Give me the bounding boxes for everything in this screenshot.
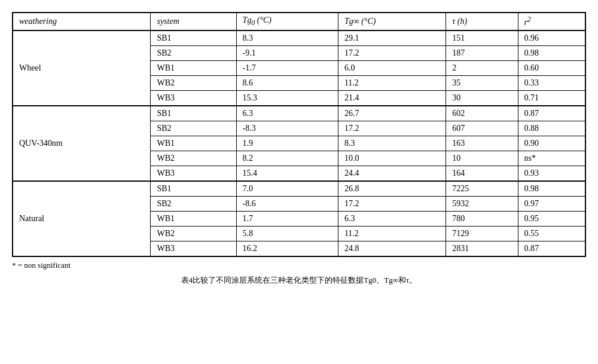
data-table: weathering system Tg0 (°C) Tg∞ (°C) τ (h… xyxy=(12,12,586,257)
r2-cell: 0.33 xyxy=(518,75,585,90)
system-cell: SB2 xyxy=(151,45,236,60)
tau-cell: 607 xyxy=(446,121,518,136)
weathering-cell-0: Wheel xyxy=(13,30,151,106)
tginf-cell: 26.7 xyxy=(338,106,446,121)
tg0-cell: 6.3 xyxy=(236,106,338,121)
tg0-cell: -1.7 xyxy=(236,60,338,75)
tg0-cell: 15.3 xyxy=(236,90,338,106)
tginf-cell: 21.4 xyxy=(338,90,446,106)
tau-cell: 35 xyxy=(446,75,518,90)
tau-cell: 2831 xyxy=(446,241,518,256)
tau-cell: 163 xyxy=(446,136,518,151)
r2-cell: 0.96 xyxy=(518,30,585,46)
tau-cell: 164 xyxy=(446,166,518,181)
caption: 表4比较了不同涂层系统在三种老化类型下的特征数据Tg0、Tg∞和τ。 xyxy=(12,275,586,286)
header-tginf: Tg∞ (°C) xyxy=(338,13,446,30)
tau-cell: 2 xyxy=(446,60,518,75)
tginf-cell: 6.0 xyxy=(338,60,446,75)
tg0-cell: 8.2 xyxy=(236,151,338,166)
tg0-cell: 16.2 xyxy=(236,241,338,256)
r2-cell: 0.97 xyxy=(518,196,585,211)
r2-cell: ns* xyxy=(518,151,585,166)
tg0-cell: 8.6 xyxy=(236,75,338,90)
tau-cell: 30 xyxy=(446,90,518,106)
tg0-cell: 7.0 xyxy=(236,181,338,197)
system-cell: WB3 xyxy=(151,90,236,106)
tau-cell: 151 xyxy=(446,30,518,46)
tg0-cell: 5.8 xyxy=(236,226,338,241)
tg0-cell: 8.3 xyxy=(236,30,338,46)
tginf-cell: 17.2 xyxy=(338,196,446,211)
weathering-cell-2: Natural xyxy=(13,181,151,256)
system-cell: SB1 xyxy=(151,30,236,46)
tau-cell: 7225 xyxy=(446,181,518,197)
tg0-cell: 15.4 xyxy=(236,166,338,181)
tau-cell: 780 xyxy=(446,211,518,226)
tginf-cell: 11.2 xyxy=(338,226,446,241)
system-cell: WB2 xyxy=(151,226,236,241)
table-container: weathering system Tg0 (°C) Tg∞ (°C) τ (h… xyxy=(12,12,586,286)
tg0-cell: -9.1 xyxy=(236,45,338,60)
system-cell: SB1 xyxy=(151,106,236,121)
header-weathering: weathering xyxy=(13,13,151,30)
r2-cell: 0.87 xyxy=(518,106,585,121)
tau-cell: 602 xyxy=(446,106,518,121)
tg0-cell: 1.7 xyxy=(236,211,338,226)
tginf-cell: 26.8 xyxy=(338,181,446,197)
tginf-cell: 8.3 xyxy=(338,136,446,151)
system-cell: SB1 xyxy=(151,181,236,197)
header-tau: τ (h) xyxy=(446,13,518,30)
system-cell: WB3 xyxy=(151,241,236,256)
tg0-cell: -8.3 xyxy=(236,121,338,136)
system-cell: SB2 xyxy=(151,196,236,211)
system-cell: WB2 xyxy=(151,75,236,90)
r2-cell: 0.71 xyxy=(518,90,585,106)
weathering-cell-1: QUV-340nm xyxy=(13,106,151,181)
r2-cell: 0.98 xyxy=(518,45,585,60)
tg0-cell: 1.9 xyxy=(236,136,338,151)
tginf-cell: 24.4 xyxy=(338,166,446,181)
tginf-cell: 10.0 xyxy=(338,151,446,166)
tginf-cell: 24.8 xyxy=(338,241,446,256)
r2-cell: 0.87 xyxy=(518,241,585,256)
header-r2: r2 xyxy=(518,13,585,30)
r2-cell: 0.93 xyxy=(518,166,585,181)
system-cell: WB2 xyxy=(151,151,236,166)
r2-cell: 0.88 xyxy=(518,121,585,136)
system-cell: WB1 xyxy=(151,60,236,75)
system-cell: WB1 xyxy=(151,211,236,226)
tau-cell: 7129 xyxy=(446,226,518,241)
system-cell: WB1 xyxy=(151,136,236,151)
r2-cell: 0.95 xyxy=(518,211,585,226)
system-cell: WB3 xyxy=(151,166,236,181)
tau-cell: 10 xyxy=(446,151,518,166)
tau-cell: 187 xyxy=(446,45,518,60)
r2-cell: 0.55 xyxy=(518,226,585,241)
tginf-cell: 11.2 xyxy=(338,75,446,90)
r2-cell: 0.60 xyxy=(518,60,585,75)
tginf-cell: 17.2 xyxy=(338,121,446,136)
header-system: system xyxy=(151,13,236,30)
r2-cell: 0.90 xyxy=(518,136,585,151)
tau-cell: 5932 xyxy=(446,196,518,211)
tg0-cell: -8.6 xyxy=(236,196,338,211)
r2-cell: 0.98 xyxy=(518,181,585,197)
footnote: * = non significant xyxy=(12,261,586,270)
tginf-cell: 17.2 xyxy=(338,45,446,60)
system-cell: SB2 xyxy=(151,121,236,136)
tginf-cell: 6.3 xyxy=(338,211,446,226)
tginf-cell: 29.1 xyxy=(338,30,446,46)
header-tg0: Tg0 (°C) xyxy=(236,13,338,30)
